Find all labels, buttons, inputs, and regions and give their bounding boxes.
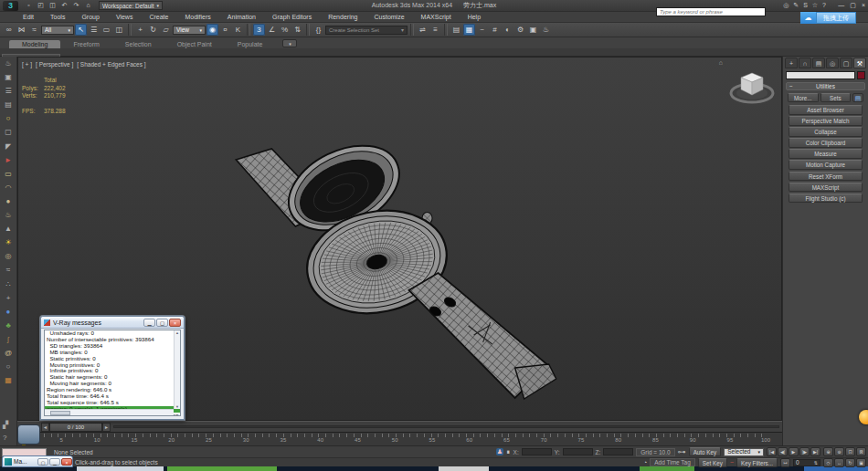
hierarchy-tab[interactable]: ▤ (812, 58, 825, 68)
selection-set-dropdown[interactable]: Selected ▾ (724, 448, 764, 456)
time-slider-handle[interactable]: 0 / 100 (49, 423, 102, 432)
curve-editor-icon[interactable]: ~ (476, 24, 488, 36)
particles-icon[interactable]: ∴ (3, 279, 15, 290)
zoom-extents-icon[interactable]: ⊡ (845, 447, 855, 456)
ribbon-tab[interactable]: Freeform (60, 40, 111, 48)
current-frame-field[interactable]: 0 ⇅ (793, 459, 820, 466)
zoom-all-icon[interactable]: ⊚ (834, 447, 844, 456)
torus-icon[interactable]: ◎ (3, 251, 15, 262)
use-pivot-point-icon[interactable]: ◉ (206, 24, 218, 36)
menu-item[interactable]: Tools (42, 14, 73, 20)
restore-icon[interactable]: ▢ (156, 319, 168, 327)
menu-item[interactable]: Rendering (320, 14, 365, 20)
taskbar-app[interactable] (640, 466, 694, 471)
z-coordinate-field[interactable] (603, 448, 633, 455)
project-folder-icon[interactable]: ⌂ (83, 2, 93, 9)
percent-snap-icon[interactable]: % (279, 24, 291, 36)
object-name-field[interactable] (786, 71, 855, 79)
ribbon-tab[interactable]: Modeling (9, 40, 60, 48)
key-mode-toggle-icon[interactable]: ↦ (780, 458, 790, 467)
white-sphere-icon[interactable]: ○ (3, 361, 15, 372)
select-by-name-icon[interactable]: ☰ (88, 24, 100, 36)
menu-item[interactable]: Help (460, 14, 489, 20)
previous-frame-button[interactable]: ◀| (778, 447, 788, 456)
separator[interactable] (444, 24, 448, 36)
object-color-swatch[interactable] (857, 71, 865, 79)
create-tab[interactable]: + (785, 58, 798, 68)
light-icon[interactable]: ○ (3, 113, 15, 124)
reference-coordinate-dropdown[interactable]: View ▾ (173, 26, 206, 35)
select-and-rotate-icon[interactable]: ↻ (147, 24, 159, 36)
mirror-icon[interactable]: ⇌ (417, 24, 429, 36)
foliage-icon[interactable]: ♣ (3, 320, 15, 331)
more-button[interactable]: More... (788, 93, 819, 102)
zoom-icon[interactable]: ⊕ (823, 447, 833, 456)
set-key-mode-icon[interactable]: ⊶ (678, 447, 686, 456)
video-camera-icon[interactable]: ► (3, 155, 15, 166)
vray-message-list[interactable]: Unshaded rays: 0Number of intersectable … (44, 330, 181, 416)
edit-named-selection-sets-icon[interactable]: {} (312, 24, 324, 36)
align-icon[interactable]: ≡ (429, 24, 441, 36)
render-production-icon[interactable]: ♨ (540, 24, 552, 36)
named-selection-sets-dropdown[interactable]: Create Selection Set ▾ (325, 26, 408, 35)
help-icon[interactable]: ? (822, 2, 826, 9)
previous-frame-arrow[interactable]: ◄ (41, 423, 49, 432)
utilities-config-icon[interactable]: ▤ (852, 93, 863, 102)
help-circle-icon[interactable]: ? (3, 434, 6, 442)
menu-item[interactable]: Animation (219, 14, 264, 20)
spinner-icon[interactable]: ⇅ (814, 460, 818, 466)
taskbar-app[interactable] (167, 466, 277, 471)
field-of-view-icon[interactable]: ◇ (823, 458, 833, 467)
menu-item[interactable]: Views (108, 14, 142, 20)
vertical-scrollbar[interactable]: ▲▼ (174, 330, 180, 409)
taskbar-app[interactable] (439, 466, 489, 471)
utility-button[interactable]: Motion Capture (789, 160, 863, 170)
windows-taskbar[interactable] (0, 466, 868, 471)
selection-lock-icon[interactable]: ∎ (506, 448, 510, 455)
selection-filter-dropdown[interactable]: All ▾ (41, 26, 74, 35)
key-filter-wave-icon[interactable]: ~ (730, 459, 734, 466)
ribbon-tab[interactable]: Object Paint (164, 40, 225, 48)
time-slider-track[interactable] (113, 425, 779, 428)
favorites-icon[interactable]: ☆ (812, 2, 818, 9)
menu-item[interactable]: Customize (365, 14, 412, 20)
layer-explorer-icon[interactable]: ▤ (450, 24, 462, 36)
spreadsheet-icon[interactable]: ▤ (3, 99, 15, 110)
menu-item[interactable]: MAXScript (413, 14, 460, 20)
sun-icon[interactable]: ☀ (3, 237, 15, 248)
utility-button[interactable]: MAXScript (789, 183, 863, 193)
select-object-icon[interactable]: ↖ (75, 24, 87, 36)
viewport-view-menu[interactable]: [ Perspective ] (36, 61, 73, 68)
teapot-icon[interactable]: ♨ (3, 210, 15, 221)
redo-icon[interactable]: ↷ (71, 2, 81, 9)
ribbon-tab[interactable]: Selection (112, 40, 164, 48)
key-filters-button[interactable]: Key Filters... (736, 458, 778, 467)
add-time-tag[interactable]: Add Time Tag (650, 458, 695, 466)
screen-edge-widget[interactable] (859, 410, 868, 424)
menu-item[interactable]: Graph Editors (264, 14, 320, 20)
separator[interactable] (410, 24, 414, 36)
restore-icon[interactable]: ▢ (37, 458, 48, 466)
rendered-frame-icon[interactable]: ▣ (3, 72, 15, 83)
separator[interactable] (128, 24, 132, 36)
open-file-icon[interactable]: ◰ (36, 2, 46, 9)
minimize-icon[interactable]: ▁ (49, 458, 60, 466)
close-icon[interactable]: × (169, 319, 181, 327)
ribbon-toggle-icon[interactable]: ▦ (463, 24, 475, 36)
select-and-manipulate-icon[interactable]: ¤ (219, 24, 231, 36)
next-frame-arrow[interactable]: ► (102, 423, 111, 432)
close-button[interactable]: × (862, 2, 865, 9)
sets-button[interactable]: Sets (820, 93, 852, 102)
snaps-toggle-icon[interactable]: 3 (253, 24, 265, 36)
utility-button[interactable]: Collapse (789, 127, 863, 137)
menu-item[interactable]: Group (73, 14, 107, 20)
select-and-scale-icon[interactable]: ▱ (160, 24, 172, 36)
controller-icon[interactable]: + (3, 293, 15, 304)
track-bar[interactable]: 5101520253035404550556065707580859095100 (17, 432, 782, 445)
vray-messages-dialog[interactable]: V-Ray messages ▁ ▢ × Unshaded rays: 0Num… (40, 316, 185, 420)
separator[interactable] (247, 24, 250, 36)
modify-tab[interactable]: ∩ (799, 58, 811, 68)
utilities-rollout-header[interactable]: − Utilities (786, 82, 865, 90)
isolate-selection-icon[interactable]: ♟ (496, 448, 503, 455)
utility-button[interactable]: Reset XForm (789, 172, 863, 182)
